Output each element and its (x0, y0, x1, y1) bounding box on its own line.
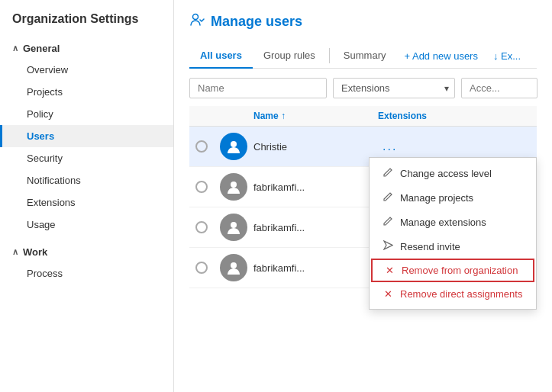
resend-icon (382, 240, 394, 252)
user-ext-christie: ... (378, 140, 531, 153)
access-filter-input[interactable] (461, 78, 537, 98)
ellipsis-button-christie[interactable]: ... (378, 138, 402, 154)
sidebar-section-general-header[interactable]: ∧ General (0, 38, 173, 59)
add-new-users-button[interactable]: + Add new users (396, 44, 485, 68)
name-filter-input[interactable] (189, 78, 327, 98)
tab-group-rules[interactable]: Group rules (253, 43, 326, 69)
svg-point-5 (231, 262, 237, 268)
context-menu-manage-extensions-label: Manage extensions (400, 217, 486, 228)
sidebar-item-overview[interactable]: Overview (0, 59, 173, 81)
tab-all-users[interactable]: All users (189, 43, 253, 69)
chevron-down-icon-work: ∧ (12, 247, 18, 257)
sidebar-item-policy[interactable]: Policy (0, 103, 173, 125)
svg-point-0 (193, 14, 199, 20)
user-name-christie: Christie (253, 141, 378, 153)
sidebar-item-notifications[interactable]: Notifications (0, 169, 173, 191)
row-radio-christie[interactable] (195, 140, 220, 153)
sidebar-title: Organization Settings (0, 12, 173, 38)
sidebar-item-security[interactable]: Security (0, 147, 173, 169)
edit-icon-manage-projects (382, 191, 394, 204)
sidebar-item-process[interactable]: Process (0, 262, 173, 284)
svg-point-3 (231, 182, 237, 188)
context-menu-remove-direct-label: Remove direct assignments (400, 288, 522, 300)
sidebar-item-projects[interactable]: Projects (0, 81, 173, 103)
radio-circle (195, 140, 208, 153)
svg-marker-2 (384, 241, 392, 249)
page-title: Manage users (211, 14, 302, 30)
context-menu-change-access[interactable]: Change access level (370, 161, 536, 185)
context-menu-change-access-label: Change access level (400, 168, 492, 179)
context-menu-manage-extensions[interactable]: Manage extensions (370, 210, 536, 234)
edit-icon-change-access (382, 167, 394, 179)
sidebar: Organization Settings ∧ General Overview… (0, 0, 174, 392)
edit-icon-manage-extensions (382, 216, 394, 228)
context-menu-resend-invite-label: Resend invite (400, 241, 460, 252)
remove-direct-icon: ✕ (382, 288, 394, 300)
sidebar-item-users[interactable]: Users (0, 125, 173, 147)
col-ext-header: Extensions (378, 111, 531, 121)
avatar-fabrikam1 (220, 173, 247, 201)
manage-users-icon (189, 12, 205, 31)
context-menu-manage-projects[interactable]: Manage projects (370, 185, 536, 210)
sidebar-section-work-header[interactable]: ∧ Work (0, 242, 173, 262)
tab-divider (329, 48, 330, 63)
table-header: Name ↑ Extensions (189, 106, 537, 127)
chevron-down-icon: ∧ (12, 43, 18, 53)
sidebar-section-general-label: General (23, 43, 60, 54)
row-radio-fabrikam3[interactable] (195, 262, 220, 274)
row-radio-fabrikam2[interactable] (195, 221, 220, 233)
page-header: Manage users (189, 12, 537, 31)
context-menu-remove-direct[interactable]: ✕ Remove direct assignments (370, 282, 536, 306)
extensions-filter-select[interactable]: Extensions (333, 78, 455, 98)
sidebar-item-usage[interactable]: Usage (0, 214, 173, 236)
sidebar-section-work: ∧ Work Process (0, 242, 173, 284)
row-radio-fabrikam1[interactable] (195, 181, 220, 193)
main-content: Manage users All users Group rules Summa… (174, 0, 552, 392)
tab-summary[interactable]: Summary (333, 43, 397, 69)
extensions-filter-wrap: Extensions (333, 78, 455, 98)
radio-circle (195, 262, 208, 274)
col-name-header[interactable]: Name ↑ (253, 111, 378, 121)
svg-point-1 (231, 141, 237, 147)
svg-point-4 (231, 222, 237, 228)
sidebar-section-work-label: Work (23, 246, 47, 258)
context-menu: Change access level Manage projects Mana… (369, 157, 537, 310)
avatar-fabrikam2 (220, 214, 247, 241)
radio-circle (195, 181, 208, 193)
export-button[interactable]: ↓ Ex... (486, 44, 528, 68)
sidebar-item-extensions[interactable]: Extensions (0, 191, 173, 214)
radio-circle (195, 221, 208, 233)
tabs-bar: All users Group rules Summary + Add new … (189, 43, 537, 69)
filters-row: Extensions (189, 78, 537, 98)
avatar-christie (220, 133, 247, 160)
avatar-fabrikam3 (220, 254, 247, 281)
table-row: Christie ... Change access level Manage … (189, 127, 537, 167)
context-menu-resend-invite[interactable]: Resend invite (370, 234, 536, 259)
context-menu-remove-org[interactable]: ✕ Remove from organization (371, 259, 534, 282)
sidebar-section-general: ∧ General Overview Projects Policy Users… (0, 38, 173, 236)
context-menu-remove-org-label: Remove from organization (402, 265, 518, 276)
remove-org-icon: ✕ (383, 265, 395, 276)
context-menu-manage-projects-label: Manage projects (400, 192, 473, 204)
